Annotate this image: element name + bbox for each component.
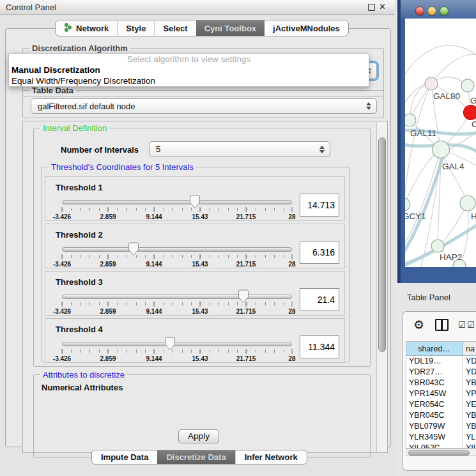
slider-scale-labels: -3.4262.8599.14415.4321.71528 <box>62 308 292 316</box>
table-data-title: Table Data <box>29 86 76 95</box>
table-header: shared… na <box>406 342 476 356</box>
threshold-value-field[interactable]: 11.344 <box>300 335 339 358</box>
threshold-slider-thumb[interactable] <box>128 242 139 256</box>
tab-discretize-data[interactable]: Discretize Data <box>157 450 234 464</box>
threshold-slider-track[interactable] <box>62 247 292 252</box>
tab-select[interactable]: Select <box>154 20 196 36</box>
table-row[interactable]: YBL079WYBL0 <box>406 421 476 432</box>
node-label-partial-h: H <box>471 211 476 221</box>
table-row[interactable]: YPR145WYPR1 <box>406 388 476 399</box>
slider-scale-labels: -3.4262.8599.14415.4321.71528 <box>62 261 292 268</box>
node-label-partial-c: C <box>472 119 476 129</box>
threshold-row: Threshold 3 -3.4262.8599.14415.4321.7152… <box>45 271 345 316</box>
threshold-slider-thumb[interactable] <box>189 195 201 209</box>
slider-scale-labels: -3.4262.8599.14415.4321.71528 <box>62 355 292 363</box>
table-row[interactable]: YLR345WYLR3 <box>406 432 476 443</box>
table-row[interactable]: YDL19…YDL1 <box>406 356 476 367</box>
thresholds-group: Threshold's Coordinates for 5 Intervals … <box>42 167 349 362</box>
thresholds-title: Threshold's Coordinates for 5 Intervals <box>49 162 196 172</box>
number-of-intervals-value: 5 <box>156 144 160 154</box>
split-columns-icon[interactable] <box>435 319 449 331</box>
cyni-toolbox-panel: Discretization Algorithm Table Data galF… <box>5 28 391 447</box>
top-tab-bar: Network Style Select Cyni Toolbox jActiv… <box>55 20 349 36</box>
threshold-row: Threshold 4 -3.4262.8599.14415.4321.7152… <box>45 318 345 363</box>
network-window-titlebar[interactable] <box>401 0 476 19</box>
panel-title: Control Panel <box>6 3 56 12</box>
number-of-intervals-combobox[interactable]: 5 <box>149 141 330 157</box>
algorithm-dropdown-popup: Select algorithm to view settings Manual… <box>8 53 369 87</box>
table-row[interactable]: YBR043CYBR0 <box>406 378 476 388</box>
column-header-name[interactable]: na <box>463 342 476 355</box>
tab-cyni-toolbox[interactable]: Cyni Toolbox <box>196 20 265 36</box>
table-data-value: galFiltered.sif default node <box>38 102 135 111</box>
threshold-row: Threshold 1 -3.4262.8599.14415.4321.7152… <box>45 176 345 221</box>
table-panel-frame: ⚙ ☑ ☑ shared… na YDL19…YDL1 YDR27…YDR2 Y… <box>403 311 476 471</box>
node-label-partial-ga: GA <box>470 96 476 105</box>
close-traffic-light[interactable] <box>415 6 424 15</box>
threshold-slider-track[interactable] <box>62 295 292 299</box>
slider-scale-labels: -3.4262.8599.14415.4321.71528 <box>62 213 292 221</box>
discretization-algorithm-title: Discretization Algorithm <box>29 43 130 53</box>
table-panel: Table Panel ⚙ ☑ ☑ shared… na YDL19…YDL1 … <box>395 283 476 476</box>
threshold-slider-thumb[interactable] <box>164 337 176 351</box>
attributes-group: Attributes to discretize Numerical Attri… <box>33 374 371 457</box>
dropdown-placeholder-item[interactable]: Select algorithm to view settings <box>9 54 369 65</box>
tab-network[interactable]: Network <box>56 20 117 36</box>
apply-button[interactable]: Apply <box>178 429 219 443</box>
threshold-slider-thumb[interactable] <box>238 289 249 303</box>
slider-ticks <box>62 302 292 307</box>
column-header-shared[interactable]: shared… <box>406 342 463 355</box>
node-table: shared… na YDL19…YDL1 YDR27…YDR2 YBR043C… <box>406 341 476 449</box>
gear-icon[interactable]: ⚙ <box>413 318 424 332</box>
table-data-group: Table Data galFiltered.sif default node <box>22 90 384 118</box>
number-of-intervals-label: Number of Intervals <box>61 145 139 155</box>
threshold-row: Threshold 2 -3.4262.8599.14415.4321.7152… <box>45 224 345 268</box>
node-label-hap2: HAP2 <box>440 252 462 262</box>
threshold-label: Threshold 4 <box>56 325 103 334</box>
table-row[interactable]: YER054CYER0 <box>406 399 476 410</box>
table-toolbar: ⚙ ☑ ☑ <box>403 312 476 340</box>
table-row[interactable]: YDR27…YDR2 <box>406 367 476 378</box>
slider-ticks <box>62 349 292 355</box>
node-label-gal4: GAL4 <box>442 162 464 171</box>
attributes-title: Attributes to discretize <box>40 370 127 380</box>
node-label-gal80: GAL80 <box>433 91 460 101</box>
network-icon <box>64 23 72 34</box>
stepper-icon <box>319 145 325 154</box>
table-row[interactable]: YIL052CYIL0 <box>406 443 476 449</box>
tab-impute-data[interactable]: Impute Data <box>92 450 157 464</box>
tab-jactivemnodules[interactable]: jActiveMNodules <box>265 20 348 36</box>
close-icon[interactable]: ✕ <box>379 2 386 12</box>
tab-infer-network[interactable]: Infer Network <box>235 450 307 464</box>
interval-definition-title: Interval Definition <box>40 123 109 133</box>
zoom-traffic-light[interactable] <box>440 6 449 15</box>
checkbox-icon[interactable]: ☑ <box>458 320 466 330</box>
network-view-window: GAL80 GA GAL11 C GAL4 GCY1 H HAP2 <box>397 0 476 283</box>
control-panel: Control Panel ✕ Network Style Select Cyn… <box>0 0 395 476</box>
dropdown-option-equal-width[interactable]: Equal Width/Frequency Discretization <box>9 75 369 86</box>
scrollbar-thumb[interactable] <box>408 450 470 456</box>
checkbox-icon[interactable]: ☑ <box>467 320 475 330</box>
window-frame-edge <box>397 0 401 283</box>
threshold-value-field[interactable]: 21.4 <box>300 288 339 311</box>
slider-ticks <box>62 255 292 260</box>
network-canvas[interactable]: GAL80 GA GAL11 C GAL4 GCY1 H HAP2 <box>405 19 476 267</box>
settings-vertical-scrollbar[interactable] <box>376 122 387 452</box>
threshold-value-field[interactable]: 6.316 <box>300 241 339 264</box>
table-horizontal-scrollbar[interactable] <box>406 449 476 456</box>
table-row[interactable]: YBR045CYBR0 <box>406 410 476 421</box>
minimize-traffic-light[interactable] <box>427 6 436 15</box>
threshold-slider-track[interactable] <box>62 342 292 346</box>
node-label-gcy1: GCY1 <box>405 211 426 221</box>
threshold-label: Threshold 1 <box>56 183 103 192</box>
table-data-combobox[interactable]: galFiltered.sif default node <box>31 98 377 114</box>
table-panel-title: Table Panel <box>407 293 450 302</box>
threshold-value-field[interactable]: 14.713 <box>300 194 339 217</box>
numerical-attributes-label: Numerical Attributes <box>42 383 123 392</box>
scrollbar-thumb[interactable] <box>378 137 386 352</box>
bottom-tab-bar: Impute Data Discretize Data Infer Networ… <box>91 450 307 464</box>
tab-style[interactable]: Style <box>117 20 154 36</box>
float-window-icon[interactable] <box>368 4 375 11</box>
threshold-slider-track[interactable] <box>62 200 292 204</box>
dropdown-option-manual[interactable]: Manual Discretization <box>9 65 369 75</box>
